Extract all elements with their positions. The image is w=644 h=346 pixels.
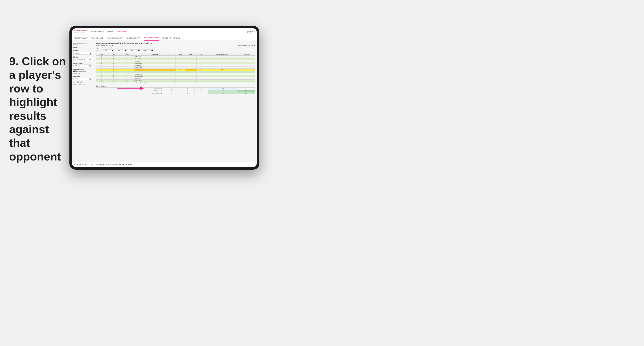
table-row[interactable]: 1312HeeJo Hyun (96, 66, 255, 69)
share-label: Share (128, 164, 132, 165)
players-table: # Div # Reg # Conf Opponent Win Loss Tie… (96, 53, 255, 84)
radio-dot-opponents (73, 71, 75, 72)
division-record: Division Record: 331 - 34 - 6 (237, 45, 255, 46)
opponent-name-select[interactable]: (All) (142, 49, 154, 52)
out-of-division-label: Out of division (96, 85, 255, 87)
sidebar-gender: Gender Women's (73, 50, 92, 54)
save-custom-view-btn[interactable]: Save Custom View (106, 164, 118, 165)
table-row[interactable]: 914Sharon Mun (96, 62, 255, 64)
gender-select[interactable]: Women's (73, 52, 92, 54)
bottom-toolbar: ↩ ↪ ⟳ ✂ ⊕ — ◎ View: Original Save Custom… (94, 162, 257, 167)
table-row[interactable]: 1822Euna Lee (96, 77, 255, 80)
nav-tournaments[interactable]: TOURNAMENTS (90, 30, 104, 33)
radio-dot-top100 (73, 73, 75, 74)
tablet-frame: SCOREBOARD Powered by clippi TOURNAMENTS… (70, 26, 259, 170)
subnav-player-h2h-heatmap[interactable]: PLAYER H2H HEATMAP (162, 35, 180, 40)
table-row[interactable]: 321Esther Lee (96, 56, 255, 58)
opponent-filter: Opponent (111, 47, 117, 49)
table-row[interactable]: 522Alexis Sudjianto (96, 58, 255, 60)
grid-icon[interactable]: ⊡ (125, 164, 127, 166)
conference-filter: Conference (102, 47, 109, 49)
players-table-container: # Div # Reg # Conf Opponent Win Loss Tie… (96, 53, 255, 84)
th-loss: Loss (185, 53, 197, 56)
panel-title: Katelyn Vo Head-to-Head Grid for Women's… (96, 42, 255, 44)
th-conf: # Conf (120, 53, 134, 56)
instruction-text: 9. Click on a player's row to highlight … (9, 54, 68, 163)
nav-teams[interactable]: TEAMS (107, 30, 113, 33)
tablet-screen: SCOREBOARD Powered by clippi TOURNAMENTS… (72, 28, 257, 167)
radio-top100[interactable]: Top 100 (73, 73, 92, 74)
th-reg: # Reg (107, 53, 120, 56)
radio-opponents-played[interactable]: Opponents Played (73, 71, 92, 72)
watch-label: Watch ▾ (119, 164, 124, 166)
conference-select[interactable]: (All) (129, 49, 141, 52)
sidebar-colour: Colour by Win/loss Down Level Up (73, 76, 92, 85)
filter-row: Region Conference Opponent (96, 47, 255, 49)
colour-dot-level (77, 81, 79, 83)
table-row[interactable]: 20117Federica Domecq Lacroze (96, 82, 255, 84)
subnav-team-h2h-heatmap[interactable]: TEAM H2H HEATMAP (106, 35, 123, 40)
filter-selects-row: Opponents: (All) (All) (All) (All) (96, 49, 255, 52)
th-diff: Diff Av Strokes/Rnd (205, 53, 239, 56)
sidebar-player-rank: Player (Rank) 8. Katelyn Vo (73, 63, 92, 67)
scrollbar[interactable] (254, 65, 254, 72)
region-filter: Region (96, 47, 100, 49)
out-of-division-row[interactable]: NCAA Division 25007.40010 (96, 92, 255, 94)
nav-items: TOURNAMENTS TEAMS COMMITTEE (90, 30, 247, 33)
out-of-division-row[interactable]: Foreign Team1004.5002 (96, 88, 255, 90)
records-row: Overall Record: 353 - 34 - 6 Division Re… (96, 45, 255, 46)
main-content: Last Updated: 27/03/2024 16:55:28 Player… (72, 41, 257, 167)
colour-dot-down (73, 81, 76, 83)
colour-dot-up (80, 81, 82, 83)
th-win: Win (176, 53, 185, 56)
table-row[interactable]: 613Sydney Kuo (96, 60, 255, 62)
subnav-player-h2h-grid[interactable]: PLAYER H2H GRID (144, 35, 159, 40)
colour-select[interactable]: Win/loss (73, 78, 92, 80)
overall-record: Overall Record: 353 - 34 - 6 (96, 45, 113, 46)
th-rounds: Rounds (239, 53, 255, 56)
th-tie: Tie (197, 53, 205, 56)
navbar: SCOREBOARD Powered by clippi TOURNAMENTS… (72, 28, 257, 35)
subnav-team-h2h-grid[interactable]: TEAM H2H GRID (90, 35, 104, 40)
th-div: # Div (96, 53, 108, 56)
nav-committee[interactable]: COMMITTEE (116, 30, 126, 33)
out-of-division-row[interactable]: NAIA Division 115009.26730 (96, 90, 255, 92)
colour-labels: Down Level Up (73, 84, 92, 85)
right-panel: Katelyn Vo Head-to-Head Grid for Women's… (94, 41, 257, 167)
sidebar: Last Updated: 27/03/2024 16:55:28 Player… (72, 41, 94, 167)
player-select[interactable]: 8. Katelyn Vo (73, 65, 92, 67)
view-original-btn[interactable]: View: Original (96, 164, 104, 165)
last-updated: Last Updated: 27/03/2024 16:55:28 (73, 43, 92, 45)
region-select[interactable]: (All) (116, 49, 128, 52)
toolbar-separator (94, 163, 94, 166)
subnav: TEAM SUMMARY TEAM H2H GRID TEAM H2H HEAT… (72, 35, 257, 41)
sidebar-division: Division NCAA Division III (73, 56, 92, 61)
opponents-filter-row: Opponents: (All) (All) (All) (All) (96, 49, 154, 52)
subnav-player-summary[interactable]: PLAYER SUMMARY (126, 35, 141, 40)
table-row[interactable]: 1585Stella Cheng (96, 73, 255, 75)
table-row[interactable]: 1691Jessica Mason (96, 75, 255, 77)
table-row[interactable]: 19106Emily Chang (96, 80, 255, 82)
share-btn[interactable]: Share (128, 164, 132, 165)
division-select[interactable]: NCAA Division III (73, 58, 92, 61)
save-custom-view-label: Save Custom View (106, 164, 118, 165)
table-row[interactable]: 1474Eunice Yi (96, 71, 255, 73)
subnav-team-summary[interactable]: TEAM SUMMARY (74, 35, 88, 40)
logo: SCOREBOARD Powered by clippi (74, 30, 87, 33)
watch-btn[interactable]: Watch ▾ (119, 164, 124, 166)
table-row[interactable]: 1063Andrea York (96, 64, 255, 66)
sign-out-link[interactable]: | Sign out (247, 31, 254, 33)
opponents-select[interactable]: (All) (103, 49, 115, 52)
view-original-label: View: Original (96, 164, 104, 165)
sidebar-opponent-view: Opponent view Opponents Played Top 100 (73, 69, 92, 74)
th-opponent: Opponent (134, 53, 176, 56)
table-row[interactable]: 1311Jessica Huang010-3.002 (96, 69, 255, 71)
sidebar-player-section: Player (73, 47, 92, 48)
out-of-division-table: Foreign Team1004.5002NAIA Division 11500… (96, 87, 255, 94)
